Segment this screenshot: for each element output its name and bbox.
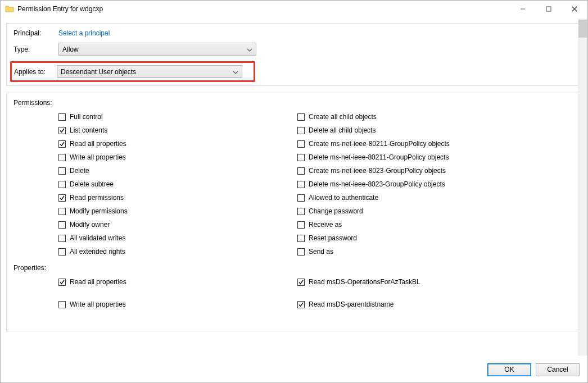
checkbox-label: Change password: [309, 207, 363, 215]
checkbox-label: Modify permissions: [70, 207, 128, 215]
type-combobox[interactable]: Allow: [58, 43, 256, 56]
cancel-button[interactable]: Cancel: [536, 363, 580, 376]
checkbox-create-all-child-objects[interactable]: [297, 113, 305, 121]
checkbox-row-modify-owner: Modify owner: [58, 218, 297, 231]
checkbox-write-all-properties[interactable]: [58, 301, 66, 308]
checkbox-row-list-contents: List contents: [58, 124, 297, 137]
checkbox-read-all-properties[interactable]: [58, 140, 66, 148]
minimize-button[interactable]: [510, 1, 536, 17]
checkbox-row-delete-ms-net-ieee-80211-grouppolicy-objects: Delete ms-net-ieee-80211-GroupPolicy obj…: [297, 151, 536, 164]
ok-button[interactable]: OK: [487, 363, 531, 376]
checkbox-label: Delete subtree: [70, 180, 114, 188]
window-title: Permission Entry for wdgcxp: [17, 5, 510, 13]
checkbox-label: Send as: [309, 248, 333, 256]
checkbox-label: Create ms-net-ieee-8023-GroupPolicy obje…: [309, 167, 446, 175]
checkbox-read-msds-operationsforaztaskbl[interactable]: [297, 279, 305, 286]
applies-to-value: Descendant User objects: [61, 68, 136, 76]
applies-to-highlight: Applies to: Descendant User objects: [10, 61, 255, 82]
vertical-scrollbar[interactable]: [578, 19, 587, 355]
checkbox-row-delete: Delete: [58, 164, 297, 177]
checkbox-row-create-ms-net-ieee-80211-grouppolicy-objects: Create ms-net-ieee-80211-GroupPolicy obj…: [297, 137, 536, 151]
checkbox-label: Modify owner: [70, 221, 110, 229]
dialog-footer: OK Cancel: [1, 357, 587, 382]
checkbox-row-read-all-properties: Read all properties: [58, 275, 297, 289]
checkbox-label: Read all properties: [70, 278, 126, 286]
checkbox-label: Full control: [70, 113, 103, 121]
principal-panel: Principal: Select a principal Type: Allo…: [6, 23, 582, 86]
checkbox-create-ms-net-ieee-8023-grouppolicy-objects[interactable]: [297, 167, 305, 175]
maximize-button[interactable]: [536, 1, 562, 17]
checkbox-label: All extended rights: [70, 248, 125, 256]
checkbox-label: Write all properties: [70, 300, 126, 308]
checkbox-label: Receive as: [309, 221, 342, 229]
titlebar: Permission Entry for wdgcxp: [1, 1, 587, 17]
checkbox-modify-permissions[interactable]: [58, 208, 66, 215]
checkbox-label: Read msDS-OperationsForAzTaskBL: [309, 278, 420, 286]
checkbox-delete[interactable]: [58, 167, 66, 175]
checkbox-row-full-control: Full control: [58, 110, 297, 124]
properties-label: Properties:: [13, 264, 575, 272]
checkbox-send-as[interactable]: [297, 248, 305, 256]
select-principal-link[interactable]: Select a principal: [58, 29, 110, 37]
checkbox-label: All validated writes: [70, 234, 125, 242]
checkbox-delete-ms-net-ieee-80211-grouppolicy-objects[interactable]: [297, 154, 305, 161]
checkbox-row-all-validated-writes: All validated writes: [58, 231, 297, 245]
checkbox-label: Reset password: [309, 234, 357, 242]
checkbox-row-write-all-properties: Write all properties: [58, 151, 297, 164]
checkbox-row-change-password: Change password: [297, 204, 536, 218]
checkbox-read-permissions[interactable]: [58, 194, 66, 202]
checkbox-row-delete-subtree: Delete subtree: [58, 177, 297, 191]
checkbox-row-delete-all-child-objects: Delete all child objects: [297, 124, 536, 137]
checkbox-label: Delete ms-net-ieee-80211-GroupPolicy obj…: [309, 153, 449, 161]
checkbox-full-control[interactable]: [58, 113, 66, 121]
checkbox-label: Delete: [70, 167, 89, 175]
type-value: Allow: [62, 45, 79, 53]
checkbox-label: List contents: [70, 126, 107, 134]
permissions-panel: Permissions: Full controlList contentsRe…: [6, 93, 582, 331]
folder-icon: [5, 4, 14, 13]
type-label: Type:: [13, 45, 58, 53]
checkbox-label: Allowed to authenticate: [309, 194, 378, 202]
checkbox-receive-as[interactable]: [297, 221, 305, 229]
checkbox-row-read-msds-parentdistname: Read msDS-parentdistname: [297, 298, 536, 311]
checkbox-modify-owner[interactable]: [58, 221, 66, 229]
checkbox-label: Write all properties: [70, 153, 126, 161]
checkbox-label: Read permissions: [70, 194, 124, 202]
checkbox-read-msds-parentdistname[interactable]: [297, 301, 305, 308]
checkbox-row-read-all-properties: Read all properties: [58, 137, 297, 151]
principal-label: Principal:: [13, 29, 58, 37]
checkbox-label: Delete all child objects: [309, 126, 376, 134]
applies-to-combobox[interactable]: Descendant User objects: [57, 65, 242, 78]
checkbox-row-write-all-properties: Write all properties: [58, 298, 297, 311]
checkbox-label: Create all child objects: [309, 113, 377, 121]
checkbox-row-create-all-child-objects: Create all child objects: [297, 110, 536, 124]
checkbox-list-contents[interactable]: [58, 127, 66, 134]
checkbox-row-read-msds-operationsforaztaskbl: Read msDS-OperationsForAzTaskBL: [297, 275, 536, 289]
checkbox-row-create-ms-net-ieee-8023-grouppolicy-objects: Create ms-net-ieee-8023-GroupPolicy obje…: [297, 164, 536, 177]
checkbox-label: Read msDS-parentdistname: [309, 300, 393, 308]
checkbox-delete-subtree[interactable]: [58, 181, 66, 188]
checkbox-write-all-properties[interactable]: [58, 154, 66, 161]
checkbox-create-ms-net-ieee-80211-grouppolicy-objects[interactable]: [297, 140, 305, 148]
checkbox-row-allowed-to-authenticate: Allowed to authenticate: [297, 191, 536, 204]
checkbox-allowed-to-authenticate[interactable]: [297, 194, 305, 202]
checkbox-change-password[interactable]: [297, 208, 305, 215]
chevron-down-icon: [233, 68, 238, 76]
checkbox-row-reset-password: Reset password: [297, 231, 536, 245]
checkbox-label: Create ms-net-ieee-80211-GroupPolicy obj…: [309, 140, 450, 148]
checkbox-delete-ms-net-ieee-8023-grouppolicy-objects[interactable]: [297, 181, 305, 188]
applies-to-label: Applies to:: [14, 68, 57, 76]
chevron-down-icon: [247, 45, 252, 53]
checkbox-all-extended-rights[interactable]: [58, 248, 66, 256]
checkbox-row-receive-as: Receive as: [297, 218, 536, 231]
scrollbar-thumb[interactable]: [578, 20, 587, 38]
checkbox-reset-password[interactable]: [297, 235, 305, 242]
checkbox-label: Read all properties: [70, 140, 126, 148]
checkbox-row-delete-ms-net-ieee-8023-grouppolicy-objects: Delete ms-net-ieee-8023-GroupPolicy obje…: [297, 177, 536, 191]
checkbox-row-send-as: Send as: [297, 245, 536, 258]
close-button[interactable]: [562, 1, 587, 17]
permissions-label: Permissions:: [13, 99, 575, 107]
checkbox-all-validated-writes[interactable]: [58, 235, 66, 242]
checkbox-delete-all-child-objects[interactable]: [297, 127, 305, 134]
checkbox-read-all-properties[interactable]: [58, 279, 66, 286]
